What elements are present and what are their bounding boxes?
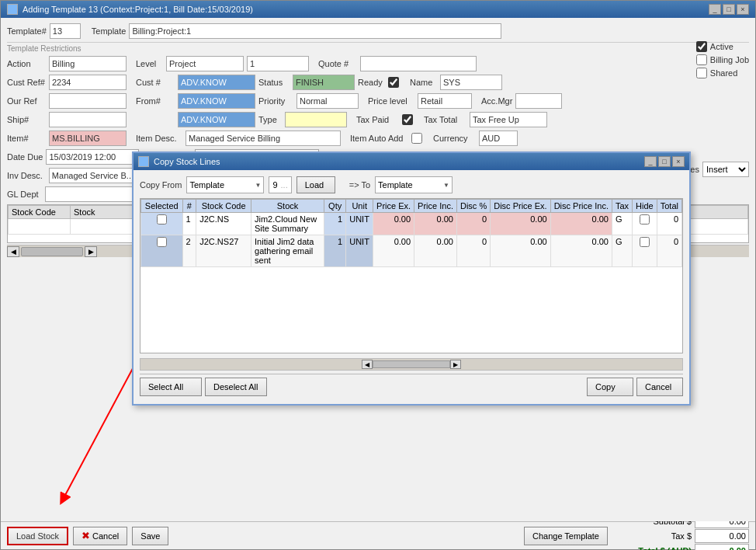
name-label: Name bbox=[410, 78, 437, 87]
col-num: # bbox=[182, 200, 196, 213]
template-label: Template bbox=[92, 26, 127, 36]
inv-desc-label: Inv Desc. bbox=[7, 171, 43, 180]
modal-copy-button[interactable]: Copy bbox=[587, 378, 633, 396]
to-type-value: Template bbox=[378, 180, 413, 190]
active-row: Active bbox=[696, 41, 749, 52]
col-price-ex: Price Ex. bbox=[373, 200, 414, 213]
tax-total-value: 0.00 bbox=[695, 529, 749, 543]
modal-table-header: Selected # Stock Code Stock Qty Unit Pri… bbox=[141, 200, 682, 213]
modal-scroll-thumb[interactable] bbox=[373, 360, 450, 368]
col-unit: Unit bbox=[346, 200, 373, 213]
cancel-icon: ✖ bbox=[81, 530, 90, 541]
shared-label: Shared bbox=[710, 68, 737, 78]
row2-hide-checkbox[interactable] bbox=[640, 237, 650, 247]
modal-minimize-button[interactable]: _ bbox=[644, 156, 657, 167]
copy-from-type-dropdown[interactable]: Template ▼ bbox=[186, 176, 264, 193]
load-stock-button[interactable]: Load Stock bbox=[7, 527, 68, 545]
tax-row: Tax $ 0.00 bbox=[614, 529, 749, 543]
item-auto-add-label: Item Auto Add bbox=[350, 134, 408, 143]
level-label: Level bbox=[136, 59, 163, 68]
action-input[interactable] bbox=[49, 56, 127, 71]
gl-dept-label: GL Dept bbox=[7, 190, 39, 199]
type-label: Type bbox=[258, 115, 282, 124]
template-hash-label: Template# bbox=[7, 26, 47, 36]
modal-restore-button[interactable]: □ bbox=[658, 156, 671, 167]
billing-job-checkbox[interactable] bbox=[696, 54, 707, 65]
date-due-input[interactable] bbox=[46, 149, 139, 165]
priority-input[interactable] bbox=[297, 93, 359, 109]
name-input[interactable] bbox=[440, 75, 502, 90]
quote-input[interactable] bbox=[360, 56, 477, 71]
modal-table: Selected # Stock Code Stock Qty Unit Pri… bbox=[140, 199, 682, 267]
our-ref-label: Our Ref bbox=[7, 96, 46, 106]
table-row: 1 J2C.NS Jim2.Cloud New Site Summary 1 U… bbox=[141, 213, 682, 235]
deselect-all-button[interactable]: Deselect All bbox=[205, 378, 267, 396]
cancel-button[interactable]: ✖ Cancel bbox=[73, 527, 127, 545]
modal-scrollbar[interactable]: ◀ ▶ bbox=[140, 358, 683, 371]
row2-checkbox[interactable] bbox=[157, 237, 167, 247]
modal-buttons-row: Select All Deselect All Copy Cancel bbox=[140, 374, 683, 398]
modal-title: Copy Stock Lines bbox=[154, 157, 644, 166]
table-row: 2 J2C.NS27 Initial Jim2 data gathering e… bbox=[141, 235, 682, 267]
cust-ref-input[interactable] bbox=[49, 75, 127, 90]
cust-ref-label: Cust Ref# bbox=[7, 78, 46, 87]
cancel-label: Cancel bbox=[92, 531, 119, 541]
modal-cancel-button[interactable]: Cancel bbox=[636, 378, 683, 396]
stock-lines-select[interactable]: Insert Append bbox=[703, 162, 748, 176]
item-auto-add-checkbox[interactable] bbox=[411, 133, 422, 144]
quote-label: Quote # bbox=[318, 59, 357, 68]
to-type-dropdown[interactable]: Template ▼ bbox=[375, 176, 453, 193]
item-desc-input[interactable] bbox=[186, 131, 341, 146]
template-hash-input[interactable]: 13 bbox=[50, 23, 81, 39]
col-stock-code: Stock Code bbox=[9, 206, 71, 219]
scroll-right-button[interactable]: ▶ bbox=[85, 246, 97, 257]
active-checkbox[interactable] bbox=[696, 41, 707, 52]
modal-table-wrap: Selected # Stock Code Stock Qty Unit Pri… bbox=[140, 198, 683, 353]
level2-input[interactable] bbox=[247, 56, 309, 71]
col-selected: Selected bbox=[141, 200, 183, 213]
bottom-bar: Load Stock ✖ Cancel Save Change Template… bbox=[1, 521, 755, 549]
col-tax: Tax bbox=[612, 200, 632, 213]
ship-input[interactable] bbox=[49, 112, 127, 127]
status-input[interactable] bbox=[293, 75, 355, 90]
scroll-thumb[interactable] bbox=[21, 247, 83, 256]
col-disc-price-ex: Disc Price Ex. bbox=[491, 200, 550, 213]
minimize-button[interactable]: _ bbox=[709, 4, 721, 15]
save-button[interactable]: Save bbox=[132, 527, 168, 545]
ship-val-input[interactable] bbox=[178, 112, 255, 127]
restore-button[interactable]: □ bbox=[723, 4, 735, 15]
tax-paid-checkbox[interactable] bbox=[402, 114, 413, 125]
close-button[interactable]: × bbox=[737, 4, 749, 15]
cust-num-input[interactable] bbox=[178, 75, 255, 90]
ready-checkbox[interactable] bbox=[388, 77, 399, 88]
modal-scroll-left[interactable]: ◀ bbox=[362, 360, 373, 369]
col-qty: Qty bbox=[324, 200, 346, 213]
col-price-inc: Price Inc. bbox=[414, 200, 457, 213]
template-input[interactable]: Billing:Project:1 bbox=[129, 23, 501, 39]
col-stock: Stock bbox=[251, 200, 324, 213]
copy-from-row: Copy From Template ▼ 9 ... Load => To Te… bbox=[140, 176, 683, 193]
modal-load-button[interactable]: Load bbox=[297, 176, 335, 193]
tax-total-input[interactable] bbox=[470, 112, 547, 127]
acc-mgr-input[interactable] bbox=[515, 93, 562, 109]
cust-num-label: Cust # bbox=[136, 78, 175, 87]
dropdown-arrow-icon: ▼ bbox=[255, 182, 261, 189]
level-input[interactable] bbox=[166, 56, 244, 71]
modal-close-button[interactable]: × bbox=[672, 156, 685, 167]
currency-input[interactable] bbox=[479, 131, 518, 146]
priority-label: Priority bbox=[258, 96, 293, 106]
price-level-input[interactable] bbox=[418, 93, 472, 109]
active-label: Active bbox=[710, 42, 733, 51]
from-input[interactable] bbox=[178, 93, 255, 109]
row1-checkbox[interactable] bbox=[157, 214, 167, 225]
modal-scroll-right[interactable]: ▶ bbox=[450, 360, 461, 369]
our-ref-input[interactable] bbox=[49, 93, 127, 109]
type-input[interactable] bbox=[285, 112, 347, 127]
action-label: Action bbox=[7, 59, 46, 68]
row1-hide-checkbox[interactable] bbox=[640, 214, 650, 225]
scroll-left-button[interactable]: ◀ bbox=[7, 246, 19, 257]
item-input[interactable] bbox=[49, 131, 127, 146]
change-template-button[interactable]: Change Template bbox=[524, 527, 608, 545]
select-all-button[interactable]: Select All bbox=[140, 378, 202, 396]
shared-checkbox[interactable] bbox=[696, 68, 707, 78]
